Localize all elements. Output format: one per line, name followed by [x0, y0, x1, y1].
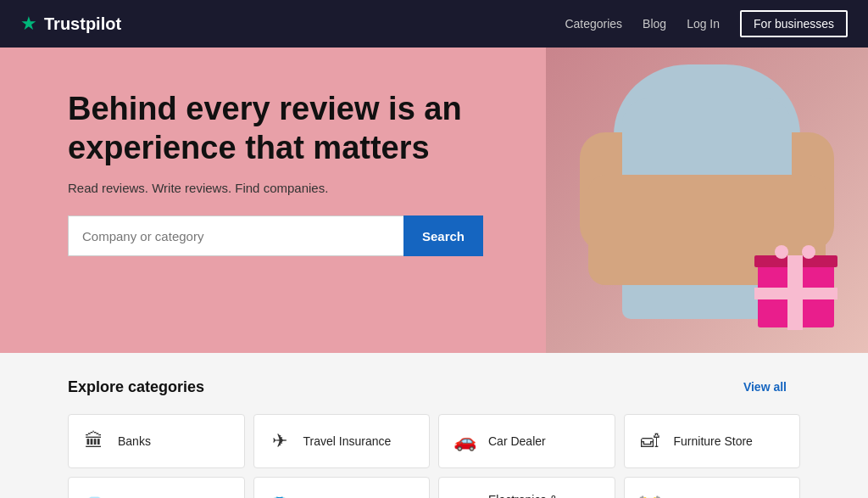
for-businesses-button[interactable]: For businesses	[740, 10, 848, 37]
travel-insurance-label: Travel Insurance	[303, 434, 392, 448]
banks-label: Banks	[118, 434, 151, 448]
search-bar: Search	[68, 215, 483, 256]
category-card-clothing-store[interactable]: 👕 Clothing Store	[253, 477, 431, 498]
view-all-button[interactable]: View all	[730, 373, 800, 400]
search-button[interactable]: Search	[403, 215, 483, 256]
login-nav-link[interactable]: Log In	[687, 17, 720, 31]
categories-nav-link[interactable]: Categories	[565, 17, 622, 31]
category-card-furniture-store[interactable]: 🛋 Furniture Store	[624, 414, 801, 468]
category-card-jewelry-store[interactable]: 💎 Jewelry Store	[68, 477, 245, 498]
category-card-car-dealer[interactable]: 🚗 Car Dealer	[438, 414, 615, 468]
hero-section: Behind every review is an experience tha…	[0, 48, 868, 353]
categories-title: Explore categories	[68, 378, 204, 396]
hero-title: Behind every review is an experience tha…	[68, 90, 542, 167]
categories-section: Explore categories View all 🏛 Banks ✈ Tr…	[0, 353, 868, 498]
car-dealer-label: Car Dealer	[488, 434, 546, 448]
nav-links: Categories Blog Log In For businesses	[565, 10, 848, 37]
car-dealer-icon: 🚗	[453, 430, 476, 452]
blog-nav-link[interactable]: Blog	[643, 17, 666, 31]
category-card-electronics-technology[interactable]: 💻 Electronics & Technology	[438, 477, 615, 498]
electronics-technology-label: Electronics & Technology	[488, 493, 601, 498]
logo[interactable]: ★ Trustpilot	[20, 13, 121, 35]
brand-name: Trustpilot	[44, 14, 121, 34]
categories-header: Explore categories View all	[68, 373, 800, 400]
hero-subtitle: Read reviews. Write reviews. Find compan…	[68, 181, 542, 195]
hero-content: Behind every review is an experience tha…	[68, 90, 542, 256]
trustpilot-star-icon: ★	[20, 13, 37, 35]
hero-image	[546, 48, 868, 353]
categories-grid: 🏛 Banks ✈ Travel Insurance 🚗 Car Dealer …	[68, 414, 800, 498]
furniture-store-label: Furniture Store	[674, 434, 753, 448]
search-input[interactable]	[68, 215, 403, 256]
navbar: ★ Trustpilot Categories Blog Log In For …	[0, 0, 868, 48]
travel-insurance-icon: ✈	[268, 430, 292, 452]
category-card-fitness-nutrition[interactable]: 🏋 Fitness and Nutrition ›	[624, 477, 801, 498]
category-card-banks[interactable]: 🏛 Banks	[68, 414, 245, 468]
banks-icon: 🏛	[82, 430, 106, 452]
category-card-travel-insurance[interactable]: ✈ Travel Insurance	[253, 414, 431, 468]
furniture-store-icon: 🛋	[638, 430, 662, 452]
